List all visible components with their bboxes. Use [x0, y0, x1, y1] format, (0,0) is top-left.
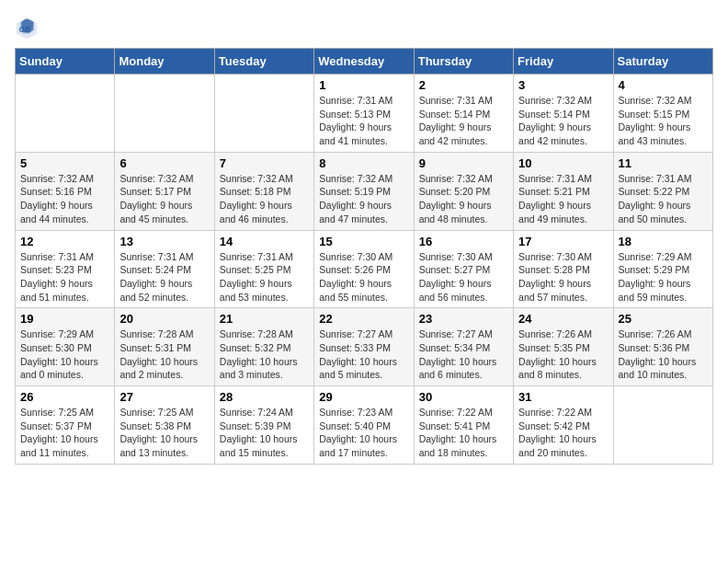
calendar-table: SundayMondayTuesdayWednesdayThursdayFrid…: [15, 48, 713, 465]
calendar-day-31: 31Sunrise: 7:22 AMSunset: 5:42 PMDayligh…: [514, 386, 613, 465]
calendar-day-9: 9Sunrise: 7:32 AMSunset: 5:20 PMDaylight…: [414, 152, 513, 230]
day-number: 2: [419, 78, 508, 92]
day-number: 30: [419, 390, 508, 404]
calendar-day-1: 1Sunrise: 7:31 AMSunset: 5:13 PMDaylight…: [314, 75, 414, 153]
day-number: 11: [619, 156, 708, 170]
day-number: 19: [20, 312, 109, 326]
calendar-day-30: 30Sunrise: 7:22 AMSunset: 5:41 PMDayligh…: [414, 386, 513, 465]
day-info: Sunrise: 7:32 AMSunset: 5:19 PMDaylight:…: [319, 172, 408, 226]
calendar-day-24: 24Sunrise: 7:26 AMSunset: 5:35 PMDayligh…: [514, 308, 613, 386]
calendar-day-10: 10Sunrise: 7:31 AMSunset: 5:21 PMDayligh…: [514, 152, 613, 230]
day-number: 24: [518, 312, 608, 326]
calendar-day-15: 15Sunrise: 7:30 AMSunset: 5:26 PMDayligh…: [314, 230, 414, 308]
calendar-day-20: 20Sunrise: 7:28 AMSunset: 5:31 PMDayligh…: [115, 308, 214, 386]
calendar-day-4: 4Sunrise: 7:32 AMSunset: 5:15 PMDaylight…: [613, 75, 712, 153]
day-number: 15: [319, 235, 408, 248]
calendar-day-16: 16Sunrise: 7:30 AMSunset: 5:27 PMDayligh…: [414, 230, 513, 308]
day-info: Sunrise: 7:24 AMSunset: 5:39 PMDaylight:…: [220, 406, 309, 460]
day-number: 31: [518, 390, 608, 404]
logo: GB: [15, 15, 40, 40]
weekday-header-saturday: Saturday: [613, 49, 712, 75]
calendar-day-2: 2Sunrise: 7:31 AMSunset: 5:14 PMDaylight…: [414, 75, 513, 153]
day-number: 28: [220, 390, 309, 404]
day-number: 4: [619, 78, 708, 92]
day-number: 26: [20, 390, 109, 404]
calendar-day-22: 22Sunrise: 7:27 AMSunset: 5:33 PMDayligh…: [314, 308, 414, 386]
day-info: Sunrise: 7:31 AMSunset: 5:21 PMDaylight:…: [518, 172, 608, 226]
calendar-day-11: 11Sunrise: 7:31 AMSunset: 5:22 PMDayligh…: [613, 152, 712, 230]
day-info: Sunrise: 7:31 AMSunset: 5:22 PMDaylight:…: [619, 172, 708, 226]
calendar-day-8: 8Sunrise: 7:32 AMSunset: 5:19 PMDaylight…: [314, 152, 414, 230]
day-number: 21: [220, 312, 309, 326]
day-number: 10: [518, 156, 608, 170]
svg-text:GB: GB: [19, 25, 31, 34]
day-number: 18: [619, 235, 708, 248]
calendar-day-17: 17Sunrise: 7:30 AMSunset: 5:28 PMDayligh…: [514, 230, 613, 308]
day-number: 12: [20, 235, 109, 248]
day-info: Sunrise: 7:30 AMSunset: 5:26 PMDaylight:…: [319, 250, 408, 304]
day-info: Sunrise: 7:32 AMSunset: 5:18 PMDaylight:…: [220, 172, 309, 226]
calendar-day-19: 19Sunrise: 7:29 AMSunset: 5:30 PMDayligh…: [16, 308, 115, 386]
day-number: 22: [319, 312, 408, 326]
calendar-day-21: 21Sunrise: 7:28 AMSunset: 5:32 PMDayligh…: [214, 308, 313, 386]
calendar-day-27: 27Sunrise: 7:25 AMSunset: 5:38 PMDayligh…: [115, 386, 214, 465]
day-number: 1: [319, 78, 408, 92]
day-info: Sunrise: 7:32 AMSunset: 5:14 PMDaylight:…: [518, 94, 608, 148]
weekday-header-sunday: Sunday: [16, 49, 115, 75]
day-number: 16: [419, 235, 508, 248]
day-info: Sunrise: 7:32 AMSunset: 5:17 PMDaylight:…: [119, 172, 209, 226]
weekday-header-wednesday: Wednesday: [314, 49, 414, 75]
calendar-day-18: 18Sunrise: 7:29 AMSunset: 5:29 PMDayligh…: [613, 230, 712, 308]
day-info: Sunrise: 7:28 AMSunset: 5:31 PMDaylight:…: [119, 327, 209, 382]
calendar-day-26: 26Sunrise: 7:25 AMSunset: 5:37 PMDayligh…: [16, 386, 115, 465]
day-number: 5: [20, 156, 109, 170]
day-number: 27: [119, 390, 209, 404]
calendar-day-14: 14Sunrise: 7:31 AMSunset: 5:25 PMDayligh…: [214, 230, 313, 308]
calendar-day-25: 25Sunrise: 7:26 AMSunset: 5:36 PMDayligh…: [613, 308, 712, 386]
day-info: Sunrise: 7:32 AMSunset: 5:15 PMDaylight:…: [619, 94, 708, 148]
day-info: Sunrise: 7:26 AMSunset: 5:36 PMDaylight:…: [619, 327, 708, 382]
day-info: Sunrise: 7:29 AMSunset: 5:30 PMDaylight:…: [20, 327, 109, 382]
empty-day-cell: [214, 75, 313, 153]
calendar-day-28: 28Sunrise: 7:24 AMSunset: 5:39 PMDayligh…: [214, 386, 313, 465]
calendar-day-5: 5Sunrise: 7:32 AMSunset: 5:16 PMDaylight…: [16, 152, 115, 230]
calendar-day-29: 29Sunrise: 7:23 AMSunset: 5:40 PMDayligh…: [314, 386, 414, 465]
day-info: Sunrise: 7:30 AMSunset: 5:27 PMDaylight:…: [419, 250, 508, 304]
day-number: 17: [518, 235, 608, 248]
day-info: Sunrise: 7:22 AMSunset: 5:41 PMDaylight:…: [419, 406, 508, 460]
day-number: 3: [518, 78, 608, 92]
calendar-week-row: 1Sunrise: 7:31 AMSunset: 5:13 PMDaylight…: [16, 75, 713, 153]
calendar-day-13: 13Sunrise: 7:31 AMSunset: 5:24 PMDayligh…: [115, 230, 214, 308]
day-info: Sunrise: 7:32 AMSunset: 5:20 PMDaylight:…: [419, 172, 508, 226]
day-info: Sunrise: 7:31 AMSunset: 5:24 PMDaylight:…: [119, 250, 209, 304]
calendar-day-12: 12Sunrise: 7:31 AMSunset: 5:23 PMDayligh…: [16, 230, 115, 308]
page-header: GB: [15, 15, 713, 40]
empty-day-cell: [115, 75, 214, 153]
day-number: 6: [119, 156, 209, 170]
calendar-week-row: 5Sunrise: 7:32 AMSunset: 5:16 PMDaylight…: [16, 152, 713, 230]
day-info: Sunrise: 7:25 AMSunset: 5:38 PMDaylight:…: [119, 406, 209, 460]
day-info: Sunrise: 7:31 AMSunset: 5:14 PMDaylight:…: [419, 94, 508, 148]
day-info: Sunrise: 7:31 AMSunset: 5:13 PMDaylight:…: [319, 94, 408, 148]
calendar-week-row: 12Sunrise: 7:31 AMSunset: 5:23 PMDayligh…: [16, 230, 713, 308]
weekday-header-friday: Friday: [514, 49, 613, 75]
day-number: 8: [319, 156, 408, 170]
day-number: 7: [220, 156, 309, 170]
day-number: 29: [319, 390, 408, 404]
day-info: Sunrise: 7:27 AMSunset: 5:34 PMDaylight:…: [419, 327, 508, 382]
weekday-header-thursday: Thursday: [414, 49, 513, 75]
day-number: 20: [119, 312, 209, 326]
weekday-header-row: SundayMondayTuesdayWednesdayThursdayFrid…: [16, 49, 713, 75]
day-info: Sunrise: 7:32 AMSunset: 5:16 PMDaylight:…: [20, 172, 109, 226]
day-info: Sunrise: 7:22 AMSunset: 5:42 PMDaylight:…: [518, 406, 608, 460]
day-number: 14: [220, 235, 309, 248]
calendar-week-row: 19Sunrise: 7:29 AMSunset: 5:30 PMDayligh…: [16, 308, 713, 386]
day-number: 9: [419, 156, 508, 170]
day-info: Sunrise: 7:27 AMSunset: 5:33 PMDaylight:…: [319, 327, 408, 382]
day-info: Sunrise: 7:26 AMSunset: 5:35 PMDaylight:…: [518, 327, 608, 382]
calendar-day-3: 3Sunrise: 7:32 AMSunset: 5:14 PMDaylight…: [514, 75, 613, 153]
day-info: Sunrise: 7:29 AMSunset: 5:29 PMDaylight:…: [619, 250, 708, 304]
empty-day-cell: [16, 75, 115, 153]
day-info: Sunrise: 7:23 AMSunset: 5:40 PMDaylight:…: [319, 406, 408, 460]
day-info: Sunrise: 7:25 AMSunset: 5:37 PMDaylight:…: [20, 406, 109, 460]
